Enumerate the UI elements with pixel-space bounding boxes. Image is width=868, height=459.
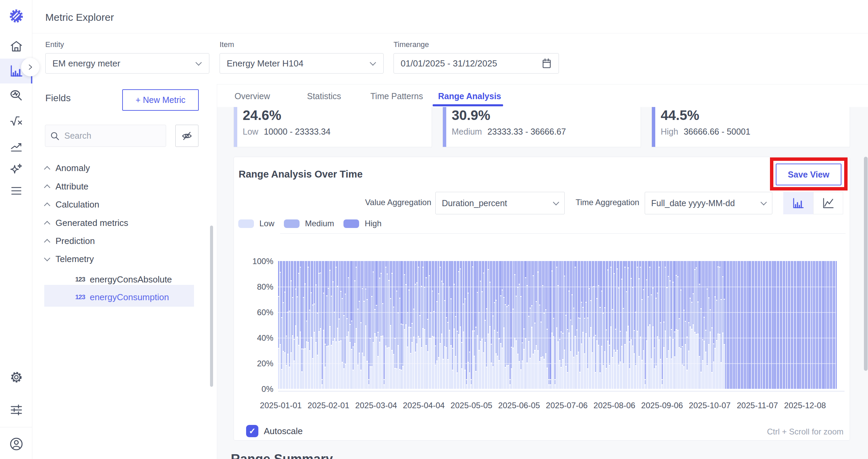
timerange-input[interactable]: 01/01/2025 - 31/12/2025 [393, 53, 559, 74]
field-section-prediction[interactable]: Prediction [45, 234, 95, 248]
chart-bar [390, 261, 391, 389]
settings-gear-icon[interactable] [0, 370, 32, 384]
chart-bar [578, 261, 579, 389]
tab-overview[interactable]: Overview [235, 91, 270, 101]
field-item-energyConsumption[interactable]: 123energyConsumption [75, 290, 169, 304]
chart-bar [584, 261, 585, 389]
chart-bar [278, 261, 279, 389]
chart-bar [534, 261, 535, 389]
search-input[interactable] [64, 131, 161, 141]
entity-select[interactable]: EM energy meter [45, 53, 209, 74]
chart-bar [301, 261, 302, 389]
field-item-label: energyConsAbsolute [90, 274, 172, 285]
chart-bar [792, 261, 793, 389]
chart-bar [722, 261, 723, 389]
chart-bar [449, 261, 450, 389]
chart-bar [788, 261, 789, 389]
chart-bar [687, 261, 688, 389]
chart-bar [639, 261, 640, 389]
chart-bar [791, 261, 792, 389]
y-tick: 40% [234, 333, 273, 343]
chart-bar [460, 261, 461, 389]
chart-bar [572, 261, 573, 389]
card-category: Low [243, 127, 258, 137]
tab-range-analysis[interactable]: Range Analysis [438, 91, 501, 101]
chart-bar [813, 261, 814, 389]
item-select[interactable]: Energy Meter H104 [220, 53, 384, 74]
chart-bar [671, 261, 672, 389]
chart-bar [281, 261, 282, 389]
line-chart-toggle[interactable] [813, 192, 843, 214]
fields-search[interactable] [45, 125, 166, 147]
chart-bar [820, 261, 821, 389]
field-section-generated-metrics[interactable]: Generated metrics [45, 216, 128, 230]
autoscale-checkbox[interactable]: ✓ [246, 425, 258, 437]
value-aggregation-select[interactable]: Duration_percent [435, 192, 565, 214]
chart-bar [766, 261, 767, 389]
chart-bar [677, 261, 678, 389]
legend-swatch-high[interactable] [343, 219, 359, 228]
chevron-down-icon [44, 255, 50, 261]
bar-chart-toggle[interactable] [783, 192, 813, 214]
chevron-down-icon [553, 199, 559, 205]
chart-bar [385, 261, 386, 389]
field-section-attribute[interactable]: Attribute [45, 180, 89, 193]
home-icon[interactable] [0, 40, 32, 53]
chart-bar [725, 261, 726, 389]
time-aggregation-select[interactable]: Full_date yyyy-MM-dd [645, 192, 772, 214]
time-aggregation-value: Full_date yyyy-MM-dd [651, 198, 735, 208]
chart-bar [517, 261, 518, 389]
chart-bar [539, 261, 540, 389]
chart-bar [773, 261, 774, 389]
chart-bar [682, 261, 683, 389]
page-scrollbar-thumb[interactable] [864, 157, 868, 371]
trend-icon[interactable] [0, 140, 32, 153]
section-title: Range Analysis Over Time [239, 169, 363, 180]
legend-swatch-medium[interactable] [284, 219, 300, 228]
fields-scrollbar-thumb[interactable] [210, 226, 213, 387]
chart-bar [775, 261, 776, 389]
field-section-calculation[interactable]: Calculation [45, 198, 99, 211]
chart-bar [314, 261, 315, 389]
fields-panel-title: Fields [45, 93, 71, 104]
chart-bar [410, 261, 411, 389]
formula-sqrt-icon[interactable] [0, 115, 32, 127]
chart-bar [342, 261, 343, 389]
chart-bar [690, 261, 691, 389]
sidebar-expand-button[interactable] [21, 58, 39, 76]
field-section-telemetry[interactable]: Telemetry [45, 252, 94, 266]
y-tick: 100% [234, 257, 273, 266]
chevron-up-icon [44, 202, 50, 209]
chart-bar [508, 261, 509, 389]
legend-swatch-low[interactable] [238, 219, 254, 228]
preferences-sliders-icon[interactable] [0, 403, 32, 417]
tab-time-patterns[interactable]: Time Patterns [370, 91, 423, 101]
chart-bar [329, 261, 331, 389]
chart-bar [537, 261, 539, 389]
legend-label: Low [259, 219, 274, 228]
chart-bar [601, 261, 602, 389]
account-avatar-icon[interactable] [0, 437, 32, 452]
range-card-high: 44.5%High36666.66 - 50001 [652, 107, 850, 147]
ai-sparkles-icon[interactable] [0, 163, 32, 177]
chart-bar [452, 261, 453, 389]
chart-bar [693, 261, 694, 389]
chart-bar [816, 261, 817, 389]
entity-label: Entity [45, 40, 64, 49]
chart-bar [340, 261, 341, 389]
new-metric-button[interactable]: + New Metric [122, 89, 199, 111]
chart-bar [471, 261, 472, 389]
menu-lines-icon[interactable] [0, 185, 32, 197]
x-axis-line [278, 391, 845, 392]
chart-bar [649, 261, 650, 389]
field-section-anomaly[interactable]: Anomaly [45, 161, 90, 175]
field-item-energyConsAbsolute[interactable]: 123energyConsAbsolute [75, 273, 172, 286]
chart-bar [595, 261, 596, 389]
chart-bar [493, 261, 494, 389]
card-percent: 24.6% [243, 108, 281, 123]
chart-bar [823, 261, 824, 389]
chart-bar [325, 261, 326, 389]
tab-statistics[interactable]: Statistics [307, 91, 341, 101]
anomaly-search-icon[interactable] [0, 88, 32, 103]
toggle-hidden-fields-button[interactable] [175, 125, 198, 147]
